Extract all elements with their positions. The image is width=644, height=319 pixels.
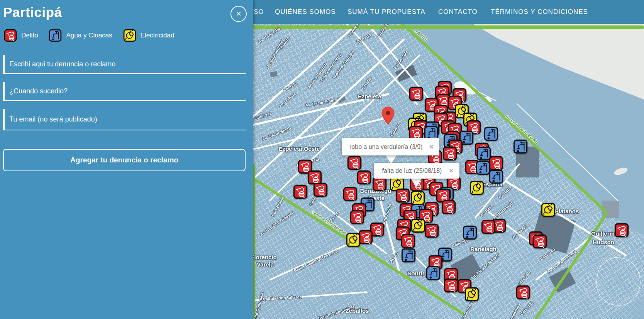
delito-marker[interactable] xyxy=(395,188,410,203)
delito-marker[interactable] xyxy=(441,200,456,214)
delito-marker[interactable] xyxy=(614,223,629,238)
electricidad-marker[interactable] xyxy=(469,181,484,195)
agua-marker[interactable] xyxy=(401,248,416,263)
delito-marker[interactable] xyxy=(516,285,530,300)
infowindow-close-icon[interactable]: ✕ xyxy=(446,163,459,179)
legend-item-agua[interactable]: Agua y Cloacas xyxy=(49,29,112,42)
nav-item-qui-nes-somos[interactable]: QUIÉNES SOMOS xyxy=(275,0,336,24)
delito-marker[interactable] xyxy=(489,156,503,170)
delito-marker[interactable] xyxy=(442,146,457,161)
legend-label: Delito xyxy=(21,32,38,39)
locality-label: Platanos xyxy=(555,208,579,214)
nav-item-t-rminos-y-condiciones[interactable]: TÉRMINOS Y CONDICIONES xyxy=(491,0,588,24)
delito-icon xyxy=(4,29,17,42)
delito-marker[interactable] xyxy=(357,170,371,185)
delito-marker[interactable] xyxy=(347,155,362,170)
agua-marker[interactable] xyxy=(489,169,503,184)
infowindow: falta de luz (25/08/18)✕ xyxy=(374,163,459,179)
delito-marker[interactable] xyxy=(401,234,415,248)
electricidad-marker[interactable] xyxy=(411,218,425,233)
delito-marker[interactable] xyxy=(372,177,387,191)
locality-label: Ezpeleta Oeste xyxy=(279,145,320,152)
delito-marker[interactable] xyxy=(293,184,308,199)
infowindow-text: falta de luz (25/08/18) xyxy=(374,167,446,174)
locality-label: Varela xyxy=(257,261,274,268)
nav-item-so[interactable]: SO xyxy=(254,0,264,24)
locality-label: Zeballos xyxy=(346,307,369,314)
delito-marker[interactable] xyxy=(313,182,328,197)
locality-label: Ezpeleta xyxy=(358,93,381,100)
delito-marker[interactable] xyxy=(481,219,496,234)
electricidad-marker[interactable] xyxy=(346,233,361,247)
agua-marker[interactable] xyxy=(426,266,441,280)
infowindow-close-icon[interactable]: ✕ xyxy=(425,138,439,155)
agua-marker[interactable] xyxy=(513,139,528,154)
delito-marker[interactable] xyxy=(424,223,439,238)
delito-marker[interactable] xyxy=(532,234,547,249)
agua-marker[interactable] xyxy=(463,225,477,240)
electricidad-icon xyxy=(123,29,136,42)
nav-item-contacto[interactable]: CONTACTO xyxy=(438,0,478,24)
close-icon[interactable]: ✕ xyxy=(230,6,247,22)
complaint-input[interactable] xyxy=(3,55,246,74)
infowindow-tail xyxy=(410,178,422,187)
map-pin[interactable] xyxy=(381,106,395,127)
delito-marker[interactable] xyxy=(343,187,358,201)
legend-item-electricidad[interactable]: Electricidad xyxy=(123,29,175,42)
delito-marker[interactable] xyxy=(409,86,424,101)
electricidad-marker[interactable] xyxy=(464,287,479,302)
email-input[interactable] xyxy=(3,109,246,130)
legend-label: Agua y Cloacas xyxy=(66,32,112,39)
nav-item-sum-tu-propuesta[interactable]: SUMÁ TU PROPUESTA xyxy=(347,0,425,24)
infowindow-text: robo a una verdulería (3/9) xyxy=(342,143,425,150)
agua-marker[interactable] xyxy=(484,127,498,141)
highway-green xyxy=(238,25,644,29)
date-input[interactable] xyxy=(3,82,246,101)
delito-marker[interactable] xyxy=(350,210,364,224)
infowindow: robo a una verdulería (3/9)✕ xyxy=(342,138,439,155)
locality-label: Florencio xyxy=(251,254,277,260)
locality-label: Hudson xyxy=(593,239,614,245)
locality-label: Ranelagh xyxy=(470,246,497,252)
legend-item-delito[interactable]: Delito xyxy=(4,29,38,42)
legend-label: Electricidad xyxy=(141,32,175,39)
agua-icon xyxy=(49,29,62,42)
add-complaint-button[interactable]: Agregar tu denuncia o reclamo xyxy=(3,149,246,171)
delito-marker[interactable] xyxy=(444,278,458,293)
panel-title: Participá xyxy=(3,5,62,20)
electricidad-marker[interactable] xyxy=(541,203,556,217)
category-legend: DelitoAgua y CloacasElectricidad xyxy=(4,28,185,43)
participa-panel: Participá ✕ DelitoAgua y CloacasElectric… xyxy=(0,0,253,319)
agua-marker[interactable] xyxy=(476,160,490,175)
